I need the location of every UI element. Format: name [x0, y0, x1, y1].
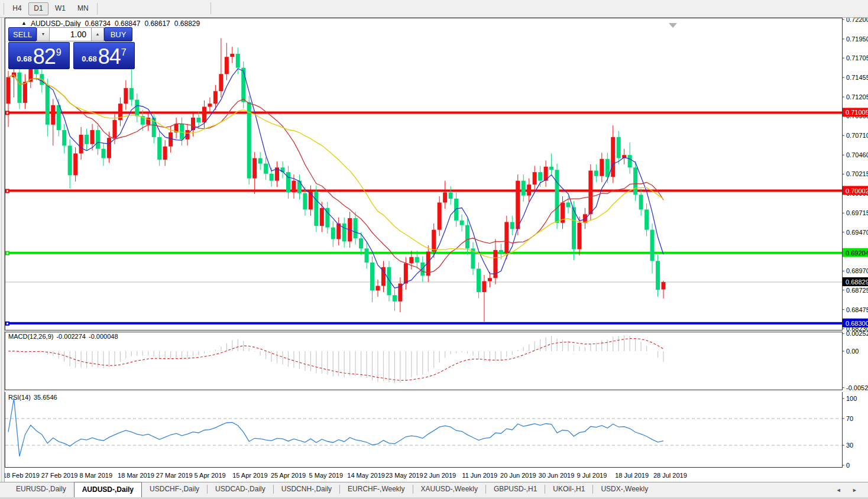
timeframe-button-d1[interactable]: D1	[28, 2, 48, 15]
tab-scroll-arrows[interactable]: ◄ ►	[836, 487, 868, 493]
macd-main-value: -0.002274	[56, 333, 86, 340]
volume-input[interactable]	[50, 27, 91, 41]
svg-text:11 Jun 2019: 11 Jun 2019	[462, 472, 497, 479]
svg-text:25 Apr 2019: 25 Apr 2019	[271, 472, 306, 479]
macd-name: MACD(12,26,9)	[8, 333, 53, 340]
svg-text:0.69715: 0.69715	[846, 209, 868, 216]
tab-usdchf-daily[interactable]: USDCHF-,Daily	[142, 482, 207, 497]
timeframe-buttons: H4D1W1MN	[7, 2, 95, 15]
svg-text:0.71455: 0.71455	[846, 74, 868, 81]
svg-text:0.68725: 0.68725	[846, 287, 868, 294]
tab-gbpusd-h1[interactable]: GBPUSD-,H1	[486, 482, 545, 497]
chart-canvas[interactable]: 0.722000.719500.717050.714550.712050.709…	[0, 0, 868, 499]
workspace-left-edge	[0, 18, 5, 482]
toolbar-divider	[97, 3, 98, 15]
svg-text:100: 100	[846, 395, 857, 402]
svg-text:0.68970: 0.68970	[846, 267, 868, 274]
tab-usdx-weekly[interactable]: USDX-,Weekly	[593, 482, 656, 497]
buy-price-prefix: 0.68	[82, 54, 96, 63]
one-click-trading-panel: SELL ▼ ▲ BUY 0.68 82 9 0.68 84 7	[8, 27, 135, 69]
svg-text:0.69470: 0.69470	[846, 229, 868, 236]
svg-text:0.70215: 0.70215	[846, 170, 868, 177]
svg-text:-0.005234: -0.005234	[846, 384, 868, 391]
timeframe-toolbar: H4D1W1MN	[0, 0, 868, 18]
svg-text:0.71950: 0.71950	[846, 35, 868, 43]
svg-text:18 Jul 2019: 18 Jul 2019	[615, 472, 649, 479]
macd-signal-value: -0.000048	[89, 333, 118, 340]
svg-text:30 Jun 2019: 30 Jun 2019	[539, 472, 575, 479]
svg-text:0.71705: 0.71705	[846, 54, 868, 61]
svg-text:0: 0	[846, 462, 850, 469]
svg-text:8 Mar 2019: 8 Mar 2019	[79, 472, 112, 479]
ohlc-close: 0.68829	[174, 20, 200, 28]
svg-text:0.002522: 0.002522	[846, 330, 868, 337]
svg-text:18 Feb 2019: 18 Feb 2019	[3, 472, 40, 479]
svg-text:18 Mar 2019: 18 Mar 2019	[118, 472, 154, 479]
sell-button[interactable]: SELL	[8, 27, 37, 41]
volume-increase-button[interactable]: ▲	[91, 27, 104, 41]
tab-audusd-daily[interactable]: AUDUSD-,Daily	[74, 482, 142, 497]
buy-button[interactable]: BUY	[104, 27, 132, 41]
sell-price-prefix: 0.68	[17, 54, 31, 63]
svg-text:0.70710: 0.70710	[846, 132, 868, 139]
timeframe-button-h4[interactable]: H4	[7, 2, 27, 15]
svg-text:9 Jul 2019: 9 Jul 2019	[577, 472, 607, 479]
sell-price-main: 82	[33, 47, 56, 67]
chart-title: ▲ AUDUSD-,Daily 0.68734 0.68847 0.68617 …	[21, 20, 200, 28]
toolbar-divider	[4, 3, 4, 15]
toolbar-divider	[210, 2, 211, 14]
svg-text:0.71005: 0.71005	[846, 109, 868, 116]
buy-price-button[interactable]: 0.68 84 7	[73, 42, 135, 69]
ohlc-high: 0.68847	[115, 20, 140, 28]
ohlc-open: 0.68734	[85, 20, 111, 28]
buy-price-main: 84	[98, 47, 121, 67]
volume-decrease-button[interactable]: ▼	[37, 27, 50, 41]
rsi-value: 35.6546	[34, 394, 57, 401]
svg-text:2 Jun 2019: 2 Jun 2019	[424, 472, 456, 479]
svg-text:0.70002: 0.70002	[846, 187, 868, 195]
date-axis: 18 Feb 201927 Feb 20198 Mar 201918 Mar 2…	[3, 472, 687, 479]
svg-text:0.68475: 0.68475	[846, 306, 868, 313]
svg-text:0.69204: 0.69204	[846, 250, 868, 257]
svg-text:0.71205: 0.71205	[846, 93, 868, 101]
svg-text:5 May 2019: 5 May 2019	[309, 472, 343, 479]
tab-ukoil-h1[interactable]: UKOil-,H1	[545, 482, 592, 497]
svg-text:0.00: 0.00	[846, 348, 859, 355]
tab-eurchf-weekly[interactable]: EURCHF-,Weekly	[340, 482, 412, 497]
timeframe-button-mn[interactable]: MN	[72, 2, 94, 15]
svg-text:70: 70	[846, 415, 853, 422]
svg-text:5 Apr 2019: 5 Apr 2019	[195, 472, 226, 479]
timeframe-button-w1[interactable]: W1	[50, 2, 71, 15]
chart-symbol-label: AUDUSD-,Daily	[31, 20, 81, 28]
ohlc-low: 0.68617	[144, 20, 170, 28]
svg-text:0.70460: 0.70460	[846, 151, 868, 158]
svg-text:0.68829: 0.68829	[846, 278, 868, 286]
chart-tabs: EURUSD-,DailyAUDUSD-,DailyUSDCHF-,DailyU…	[8, 482, 656, 497]
svg-text:15 Apr 2019: 15 Apr 2019	[232, 472, 267, 479]
chart-tab-bar: EURUSD-,DailyAUDUSD-,DailyUSDCHF-,DailyU…	[0, 482, 868, 499]
sell-price-button[interactable]: 0.68 82 9	[8, 42, 70, 69]
buy-price-pip: 7	[121, 48, 127, 57]
svg-text:27 Mar 2019: 27 Mar 2019	[156, 472, 193, 479]
tab-xauusd-weekly[interactable]: XAUUSD-,Weekly	[413, 482, 485, 497]
tab-eurusd-daily[interactable]: EURUSD-,Daily	[8, 482, 74, 497]
rsi-name: RSI(14)	[8, 394, 31, 401]
svg-text:14 May 2019: 14 May 2019	[347, 472, 385, 479]
tab-usdcnh-daily[interactable]: USDCNH-,Daily	[274, 482, 339, 497]
svg-text:23 May 2019: 23 May 2019	[386, 472, 423, 479]
tab-usdcad-daily[interactable]: USDCAD-,Daily	[208, 482, 273, 497]
svg-text:20 Jun 2019: 20 Jun 2019	[500, 472, 536, 479]
rsi-indicator-label: RSI(14) 35.6546	[8, 394, 57, 401]
svg-text:0.68300: 0.68300	[846, 320, 868, 327]
svg-text:28 Jul 2019: 28 Jul 2019	[653, 472, 687, 479]
sell-price-pip: 9	[56, 48, 61, 57]
collapse-triangle-icon[interactable]: ▲	[21, 20, 27, 26]
mt4-window: 0.722000.719500.717050.714550.712050.709…	[0, 0, 868, 499]
macd-indicator-label: MACD(12,26,9) -0.002274 -0.000048	[8, 333, 118, 340]
svg-text:27 Feb 2019: 27 Feb 2019	[41, 472, 78, 479]
svg-text:30: 30	[846, 442, 853, 449]
